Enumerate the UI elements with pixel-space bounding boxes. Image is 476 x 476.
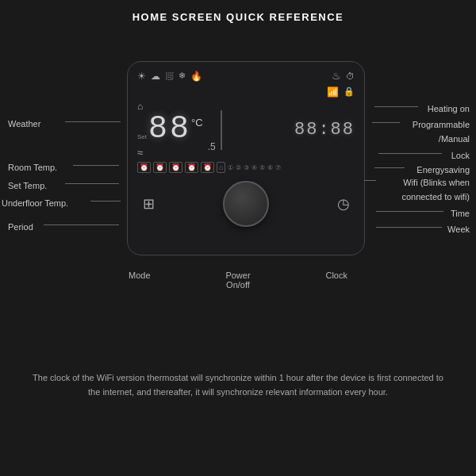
- period-icon-4: ⏰: [185, 162, 198, 173]
- num-5: ⑤: [259, 164, 265, 171]
- wifi-label: Wifi (Blinks when connected to wifi): [401, 178, 470, 202]
- energysaving-line: [374, 167, 405, 168]
- underfloor-label: Underfloor Temp.: [2, 198, 68, 208]
- energysaving-label: Energysaving: [416, 165, 470, 175]
- time-digits: 88:88: [294, 120, 355, 140]
- power-knob[interactable]: [223, 181, 269, 227]
- programmable-line: [372, 122, 400, 123]
- decimal-display: .5: [208, 141, 216, 152]
- flame-icon: 🔥: [190, 71, 202, 82]
- mode-label: Mode: [129, 271, 151, 290]
- annotation-programmable: Programmable /Manual: [413, 117, 470, 145]
- lock-icon: 🔒: [344, 86, 355, 98]
- annotation-period: Period: [8, 219, 33, 233]
- annotation-time: Time: [451, 205, 470, 220]
- heating-line: [374, 106, 418, 107]
- main-display: ⌂ Set 88 °C ≈ .5: [137, 101, 355, 159]
- mode-button[interactable]: ⊞: [137, 193, 159, 215]
- underfloor-line: [90, 201, 121, 202]
- room-temp-label: Room Temp.: [8, 163, 57, 172]
- period-icon-5: ⏰: [201, 162, 214, 173]
- weather-icons: ☀ ☁ ⛆ ❄ 🔥: [137, 70, 202, 82]
- weather-line: [65, 121, 121, 122]
- annotation-heating: Heating on: [428, 101, 470, 115]
- sun-icon: ☀: [137, 71, 146, 82]
- annotation-wifi: Wifi (Blinks when connected to wifi): [401, 175, 470, 203]
- weather-label: Weather: [8, 119, 40, 129]
- programmable-label: Programmable /Manual: [413, 120, 470, 144]
- bottom-description: The clock of the WiFi version thermostat…: [0, 370, 476, 399]
- display-divider: [221, 110, 222, 150]
- annotation-lock: Lock: [451, 148, 470, 162]
- annotation-set-temp: Set Temp.: [8, 178, 47, 192]
- week-label: Week: [447, 225, 470, 234]
- annotation-weather: Weather: [8, 116, 40, 130]
- home-temp-row: ⌂: [137, 101, 203, 112]
- snow-icon: ❄: [178, 71, 186, 81]
- period-label: Period: [8, 222, 33, 232]
- thermostat-device: ☀ ☁ ⛆ ❄ 🔥 ♨ ⏱ 📶 🔒: [119, 55, 357, 251]
- clock-sm-icon: ⏱: [346, 71, 355, 81]
- page-title: HOME SCREEN QUICK REFERENCE: [0, 0, 476, 31]
- time-display-area: 88:88: [227, 120, 355, 140]
- device-body: ☀ ☁ ⛆ ❄ 🔥 ♨ ⏱ 📶 🔒: [127, 61, 365, 255]
- wifi-lock-row: 📶 🔒: [137, 86, 355, 98]
- bottom-buttons: ⊞ ◷: [137, 181, 355, 227]
- set-temp-line: [65, 183, 119, 184]
- lock-label: Lock: [451, 151, 470, 160]
- num-7: ⑦: [275, 164, 281, 171]
- room-temp-line: [73, 165, 119, 166]
- grid-icon: ⊞: [143, 195, 155, 213]
- left-display: ⌂ Set 88 °C ≈: [137, 101, 203, 159]
- num-4: ④: [251, 164, 257, 171]
- underfloor-row: ≈: [137, 147, 203, 159]
- week-line: [376, 227, 442, 228]
- period-icon-2: ⏰: [153, 162, 167, 173]
- num-6: ⑥: [267, 164, 273, 171]
- celsius-symbol: °C: [191, 117, 203, 129]
- cloud-icon: ☁: [151, 71, 160, 82]
- wifi-line: [364, 180, 376, 181]
- page-container: HOME SCREEN QUICK REFERENCE ☀ ☁ ⛆ ❄ 🔥 ♨: [0, 0, 476, 476]
- annotation-week: Week: [447, 221, 470, 236]
- heating-label: Heating on: [428, 104, 470, 113]
- num-2: ②: [236, 164, 241, 171]
- clock-lg-icon: ◷: [337, 195, 350, 213]
- annotation-underfloor: Underfloor Temp.: [2, 195, 68, 209]
- clock-button[interactable]: ◷: [332, 193, 355, 215]
- time-label: Time: [451, 209, 470, 218]
- annotation-room-temp: Room Temp.: [8, 159, 57, 174]
- num-3: ③: [244, 164, 249, 171]
- bottom-text: The clock of the WiFi version thermostat…: [32, 370, 444, 399]
- num-1: ①: [228, 164, 233, 171]
- temp-row: Set 88 °C: [137, 113, 203, 145]
- wifi-icon: 📶: [327, 86, 339, 98]
- period-row: ⏰ ⏰ ⏰ ⏰ ⏰ ⌂ ① ② ③ ④ ⑤ ⑥ ⑦: [137, 162, 355, 173]
- home-icon: ⌂: [137, 101, 143, 112]
- rain-icon: ⛆: [165, 71, 174, 81]
- period-line: [44, 225, 119, 225]
- period-home-icon: ⌂: [217, 162, 225, 173]
- period-icon-1: ⏰: [137, 162, 151, 173]
- device-bottom-labels: Mode Power On/off Clock: [119, 271, 357, 290]
- set-temp-ann-label: Set Temp.: [8, 181, 47, 190]
- heat-wavy-icon: ♨: [332, 70, 341, 82]
- set-temp-label: Set: [137, 133, 147, 140]
- time-line: [376, 211, 443, 212]
- right-icons: ♨ ⏱: [332, 70, 355, 82]
- period-icon-3: ⏰: [169, 162, 182, 173]
- power-label: Power On/off: [225, 271, 250, 290]
- main-temp-display: 88: [148, 113, 191, 145]
- top-icons-row: ☀ ☁ ⛆ ❄ 🔥 ♨ ⏱: [137, 70, 355, 82]
- lock-line: [378, 153, 442, 154]
- wave-icon: ≈: [137, 147, 143, 159]
- clock-label: Clock: [325, 271, 347, 290]
